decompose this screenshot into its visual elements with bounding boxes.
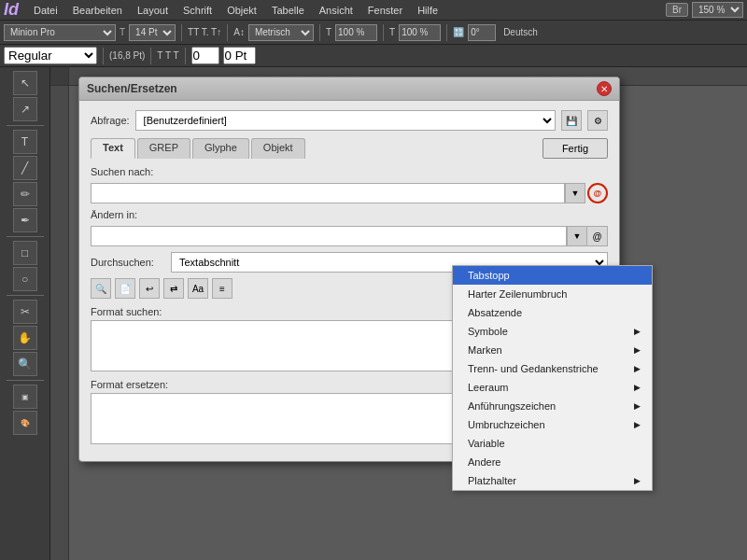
aendern-label: Ändern in: (91, 209, 165, 220)
pencil-tool[interactable]: ✒ (13, 208, 37, 232)
rect-tool[interactable]: □ (13, 241, 37, 265)
zoom-tool[interactable]: 🔍 (13, 352, 37, 376)
abfrage-settings-button[interactable]: ⚙ (587, 110, 608, 131)
dropdown-item-tabstopp[interactable]: Tabstopp (453, 266, 652, 285)
menu-bearbeiten[interactable]: Bearbeiten (65, 3, 130, 18)
tool-sep-4 (7, 380, 44, 381)
search-icon-btn-3[interactable]: ↩ (139, 278, 160, 299)
tab-glyphe[interactable]: Glyphe (192, 138, 249, 159)
doc-area: 65 100 110 ie Einführung rfolgreich ges … (50, 67, 747, 560)
dropdown-item-label-andere: Andere (468, 456, 500, 468)
submenu-arrow-marken: ▶ (634, 345, 641, 355)
gear-icon: ⚙ (594, 116, 602, 126)
dropdown-item-variable[interactable]: Variable (453, 434, 652, 453)
aendern-at-icon: @ (592, 231, 601, 242)
sep-1 (181, 24, 182, 41)
angle-input[interactable] (468, 24, 496, 41)
bridge-button[interactable]: Br (666, 3, 688, 17)
dropdown-item-trenn[interactable]: Trenn- und Gedankenstriche ▶ (453, 359, 652, 378)
toolbar-1: Minion Pro T 14 Pt TT T. T↑ A↕ Metrisch … (0, 21, 747, 45)
suchen-row: Suchen nach: (91, 166, 608, 177)
dialog-close-button[interactable]: ✕ (597, 81, 612, 96)
menu-objekt[interactable]: Objekt (219, 3, 264, 18)
tool-sep-3 (7, 295, 44, 296)
dropdown-item-platzhalter[interactable]: Platzhalter ▶ (453, 471, 652, 490)
color-tool[interactable]: 🎨 (13, 411, 37, 435)
search-icon-btn-6[interactable]: ≡ (212, 278, 233, 299)
dialog-titlebar: Suchen/Ersetzen ✕ (79, 77, 619, 101)
dropdown-item-leeraum[interactable]: Leeraum ▶ (453, 378, 652, 397)
submenu-arrow-anfuehrung: ▶ (634, 401, 641, 411)
ruler-vertical (50, 86, 69, 560)
menu-ansicht[interactable]: Ansicht (312, 3, 360, 18)
menu-datei[interactable]: Datei (26, 3, 65, 18)
dropdown-item-label-harter: Harter Zeilenumbruch (468, 288, 567, 300)
search-icon-btn-2[interactable]: 📄 (115, 278, 135, 299)
sep-4 (383, 24, 384, 41)
search-icon-btn-5[interactable]: Aa (188, 278, 208, 299)
dropdown-item-label-tabstopp: Tabstopp (468, 270, 510, 281)
aendern-dropdown-btn[interactable]: ▼ (567, 226, 587, 246)
dropdown-item-anfuehrungszeichen[interactable]: Anführungszeichen ▶ (453, 397, 652, 415)
search-icon-btn-4[interactable]: ⇄ (163, 278, 184, 299)
menu-hilfe[interactable]: Hilfe (410, 3, 445, 18)
aendern-row: Ändern in: (91, 209, 608, 220)
dropdown-item-absatzende[interactable]: Absatzende (453, 303, 652, 322)
ellipse-tool[interactable]: ○ (13, 267, 37, 291)
app-logo: Id (4, 0, 19, 20)
sep-8 (185, 48, 186, 64)
menu-layout[interactable]: Layout (130, 3, 176, 18)
dropdown-item-symbole[interactable]: Symbole ▶ (453, 322, 652, 341)
menu-schrift[interactable]: Schrift (176, 3, 219, 18)
submenu-arrow-umbruch: ▶ (634, 420, 641, 429)
aendern-at-button[interactable]: @ (587, 226, 608, 246)
scissors-tool[interactable]: ✂ (13, 300, 37, 324)
dropdown-item-umbruchzeichen[interactable]: Umbruchzeichen ▶ (453, 415, 652, 434)
zoom-select[interactable]: 150 % 100 % 200 % (692, 2, 743, 18)
menubar-right: Br 150 % 100 % 200 % (666, 2, 743, 18)
font-family-select[interactable]: Minion Pro (4, 24, 116, 41)
submenu-arrow-platzhalter: ▶ (634, 476, 641, 485)
font-size-select[interactable]: 14 Pt (129, 24, 176, 41)
suchen-special-button[interactable]: @ (587, 183, 608, 203)
offset2-input[interactable] (223, 47, 256, 64)
menu-tabelle[interactable]: Tabelle (264, 3, 312, 18)
dialog-title: Suchen/Ersetzen (87, 82, 177, 95)
aendern-input-group: ▼ @ (91, 226, 608, 246)
save-icon: 💾 (566, 116, 577, 126)
submenu-arrow-symbole: ▶ (634, 327, 641, 336)
style-select[interactable]: Regular (4, 47, 97, 64)
dropdown-item-harter-zeilenumbruch[interactable]: Harter Zeilenumbruch (453, 285, 652, 303)
search-icon-btn-1[interactable]: 🔍 (91, 278, 111, 299)
aendern-input[interactable] (91, 226, 567, 246)
direct-select-tool[interactable]: ↗ (13, 97, 37, 121)
dropdown-item-label-platzhalter: Platzhalter (468, 475, 516, 486)
fill-tool[interactable]: ▣ (13, 385, 37, 409)
tab-text[interactable]: Text (91, 138, 135, 159)
dropdown-item-marken[interactable]: Marken ▶ (453, 341, 652, 359)
units-select[interactable]: Metrisch (248, 24, 314, 41)
pen-tool[interactable]: ✏ (13, 182, 37, 206)
tb-icons: T T T (157, 50, 178, 61)
offset-input[interactable] (191, 47, 219, 64)
abfrage-select[interactable]: [Benutzerdefiniert] (135, 110, 556, 131)
abfrage-save-button[interactable]: 💾 (561, 110, 582, 131)
kerning-input[interactable] (399, 24, 441, 41)
dropdown-item-andere[interactable]: Andere (453, 453, 652, 471)
tab-grep[interactable]: GREP (137, 138, 190, 159)
suchen-dropdown-btn[interactable]: ▼ (565, 183, 585, 203)
size-input[interactable] (335, 24, 377, 41)
suchen-input[interactable] (91, 183, 565, 203)
fertig-button[interactable]: Fertig (543, 138, 608, 159)
select-tool[interactable]: ↖ (13, 71, 37, 95)
aendern-input-row: ▼ @ (91, 226, 608, 246)
dropdown-item-label-marken: Marken (468, 344, 502, 356)
menu-fenster[interactable]: Fenster (360, 3, 410, 18)
hand-tool[interactable]: ✋ (13, 326, 37, 350)
tab-objekt[interactable]: Objekt (251, 138, 305, 159)
dropdown-item-label-anfuehrung: Anführungszeichen (468, 400, 556, 412)
line-tool[interactable]: ╱ (13, 156, 37, 180)
dropdown-arrow-icon: ▼ (571, 189, 580, 198)
text-tool[interactable]: T (13, 130, 37, 154)
close-icon: ✕ (600, 84, 608, 94)
